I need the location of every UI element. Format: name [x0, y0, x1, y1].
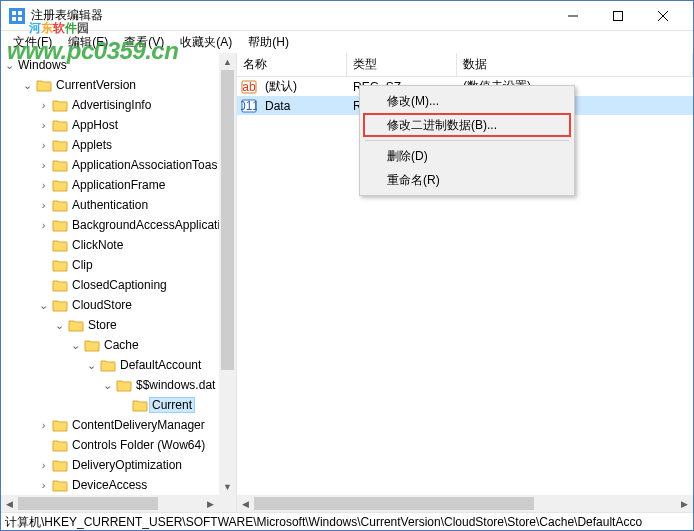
ctx-modify-binary[interactable]: 修改二进制数据(B)...: [363, 113, 571, 137]
expand-icon[interactable]: ›: [37, 99, 50, 112]
expand-icon[interactable]: ›: [37, 479, 50, 492]
folder-icon: [52, 279, 68, 292]
expand-icon[interactable]: ›: [37, 159, 50, 172]
folder-icon: [52, 299, 68, 312]
scroll-left-icon[interactable]: ◀: [1, 495, 18, 512]
expand-icon[interactable]: ›: [37, 139, 50, 152]
scrollbar-thumb[interactable]: [18, 497, 158, 510]
scroll-right-icon[interactable]: ▶: [202, 495, 219, 512]
collapse-icon[interactable]: ⌄: [3, 59, 16, 72]
tree-currentversion[interactable]: ⌄ CurrentVersion: [17, 75, 236, 95]
tree-vertical-scrollbar[interactable]: ▲ ▼: [219, 53, 236, 495]
col-data[interactable]: 数据: [457, 53, 693, 76]
tree-root-windows[interactable]: ⌄ Windows: [1, 55, 236, 75]
tree-item[interactable]: ›ApplicationFrame: [33, 175, 236, 195]
folder-icon: [52, 479, 68, 492]
scroll-left-icon[interactable]: ◀: [237, 495, 254, 512]
value-name: Data: [259, 99, 347, 113]
expand-icon[interactable]: ›: [37, 419, 50, 432]
tree-item[interactable]: ›ClosedCaptioning: [33, 275, 236, 295]
scrollbar-thumb[interactable]: [254, 497, 534, 510]
tree-item[interactable]: ›Authentication: [33, 195, 236, 215]
menu-separator: [365, 140, 569, 141]
collapse-icon[interactable]: ⌄: [101, 379, 114, 392]
tree-item[interactable]: ›BackgroundAccessApplicati: [33, 215, 236, 235]
list-horizontal-scrollbar[interactable]: ◀ ▶: [237, 495, 693, 512]
svg-rect-2: [18, 11, 22, 15]
expand-icon[interactable]: ›: [37, 199, 50, 212]
tree-item[interactable]: ›DeliveryOptimization: [33, 455, 236, 475]
tree-item[interactable]: ›AppHost: [33, 115, 236, 135]
menu-favorites[interactable]: 收藏夹(A): [172, 32, 240, 53]
folder-icon: [52, 259, 68, 272]
collapse-icon[interactable]: ⌄: [37, 299, 50, 312]
col-type[interactable]: 类型: [347, 53, 457, 76]
tree-horizontal-scrollbar[interactable]: ◀ ▶: [1, 495, 219, 512]
svg-rect-6: [613, 11, 622, 20]
menubar: 文件(F) 编辑(E) 查看(V) 收藏夹(A) 帮助(H): [1, 31, 693, 53]
values-pane: 名称 类型 数据 ab (默认) REG_SZ (数值未设置) 011 Data…: [237, 53, 693, 512]
collapse-icon[interactable]: ⌄: [85, 359, 98, 372]
app-icon: [9, 8, 25, 24]
folder-icon: [52, 139, 68, 152]
scroll-up-icon[interactable]: ▲: [219, 53, 236, 70]
collapse-icon[interactable]: ⌄: [21, 79, 34, 92]
tree-cloudstore[interactable]: ⌄CloudStore: [33, 295, 236, 315]
menu-view[interactable]: 查看(V): [116, 32, 172, 53]
tree-current[interactable]: ›Current: [113, 395, 236, 415]
list-header: 名称 类型 数据: [237, 53, 693, 77]
ctx-rename[interactable]: 重命名(R): [363, 168, 571, 192]
svg-rect-4: [18, 17, 22, 21]
status-bar: 计算机\HKEY_CURRENT_USER\SOFTWARE\Microsoft…: [1, 512, 693, 531]
maximize-button[interactable]: [595, 1, 640, 30]
tree-item[interactable]: ›AdvertisingInfo: [33, 95, 236, 115]
folder-icon: [52, 199, 68, 212]
tree-windows-dat[interactable]: ⌄$$windows.dat: [97, 375, 236, 395]
folder-icon: [52, 159, 68, 172]
folder-icon: [84, 339, 100, 352]
scroll-down-icon[interactable]: ▼: [219, 478, 236, 495]
scroll-right-icon[interactable]: ▶: [676, 495, 693, 512]
svg-text:011: 011: [241, 99, 257, 113]
folder-icon: [52, 219, 68, 232]
tree-item[interactable]: ›DeviceAccess: [33, 475, 236, 495]
minimize-button[interactable]: [550, 1, 595, 30]
folder-icon: [52, 439, 68, 452]
tree-item[interactable]: ›Clip: [33, 255, 236, 275]
tree-item[interactable]: ›ApplicationAssociationToas: [33, 155, 236, 175]
tree-cache[interactable]: ⌄Cache: [65, 335, 236, 355]
close-button[interactable]: [640, 1, 685, 30]
ctx-modify[interactable]: 修改(M)...: [363, 89, 571, 113]
tree-store[interactable]: ⌄Store: [49, 315, 236, 335]
tree-item[interactable]: ›ContentDeliveryManager: [33, 415, 236, 435]
binary-value-icon: 011: [241, 98, 257, 114]
folder-icon: [52, 239, 68, 252]
scrollbar-thumb[interactable]: [221, 70, 234, 370]
collapse-icon[interactable]: ⌄: [53, 319, 66, 332]
tree-item[interactable]: ›Applets: [33, 135, 236, 155]
scroll-corner: [219, 495, 236, 512]
svg-rect-1: [12, 11, 16, 15]
menu-file[interactable]: 文件(F): [5, 32, 60, 53]
col-name[interactable]: 名称: [237, 53, 347, 76]
value-name: (默认): [259, 78, 347, 95]
expand-icon[interactable]: ›: [37, 119, 50, 132]
folder-icon: [68, 319, 84, 332]
menu-help[interactable]: 帮助(H): [240, 32, 297, 53]
tree-item[interactable]: ›ClickNote: [33, 235, 236, 255]
titlebar: 注册表编辑器: [1, 1, 693, 31]
expand-icon[interactable]: ›: [37, 219, 50, 232]
content: ⌄ Windows ⌄ CurrentVersion ›AdvertisingI…: [1, 53, 693, 512]
tree-default-account[interactable]: ⌄DefaultAccount: [81, 355, 236, 375]
folder-icon: [52, 119, 68, 132]
expand-icon[interactable]: ›: [37, 179, 50, 192]
expand-icon[interactable]: ›: [37, 459, 50, 472]
tree-item[interactable]: ›Controls Folder (Wow64): [33, 435, 236, 455]
svg-text:ab: ab: [242, 80, 256, 94]
ctx-delete[interactable]: 删除(D): [363, 144, 571, 168]
collapse-icon[interactable]: ⌄: [69, 339, 82, 352]
folder-icon: [52, 419, 68, 432]
folder-icon: [36, 79, 52, 92]
menu-edit[interactable]: 编辑(E): [60, 32, 116, 53]
folder-icon: [52, 99, 68, 112]
